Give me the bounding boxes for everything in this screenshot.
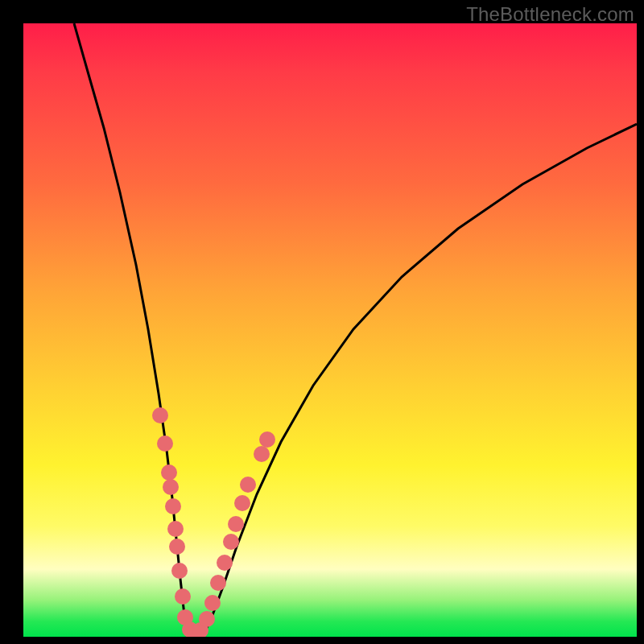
curve-dot <box>204 595 221 611</box>
curve-dot <box>223 534 239 550</box>
curve-dot <box>217 555 233 571</box>
curve-dot <box>240 477 256 493</box>
curve-dot <box>161 464 177 481</box>
curve-dot <box>167 521 184 537</box>
watermark-text: TheBottleneck.com <box>466 3 634 26</box>
curve-dot <box>254 446 270 462</box>
curve-dot <box>175 588 191 605</box>
curve-dot <box>234 495 250 511</box>
bottleneck-curve <box>74 23 637 636</box>
curve-dot <box>171 563 188 579</box>
curve-dot <box>228 516 244 532</box>
chart-plot-area <box>23 23 637 637</box>
curve-dot <box>152 407 168 423</box>
chart-frame: TheBottleneck.com <box>0 0 644 644</box>
chart-curve-layer <box>23 23 637 637</box>
curve-dot <box>210 575 226 591</box>
curve-dot <box>259 431 275 448</box>
curve-dot <box>165 498 181 514</box>
curve-dot <box>163 479 179 495</box>
curve-dot <box>199 611 215 627</box>
curve-dot <box>157 436 173 452</box>
curve-dot <box>169 539 185 555</box>
curve-dots <box>152 407 275 637</box>
